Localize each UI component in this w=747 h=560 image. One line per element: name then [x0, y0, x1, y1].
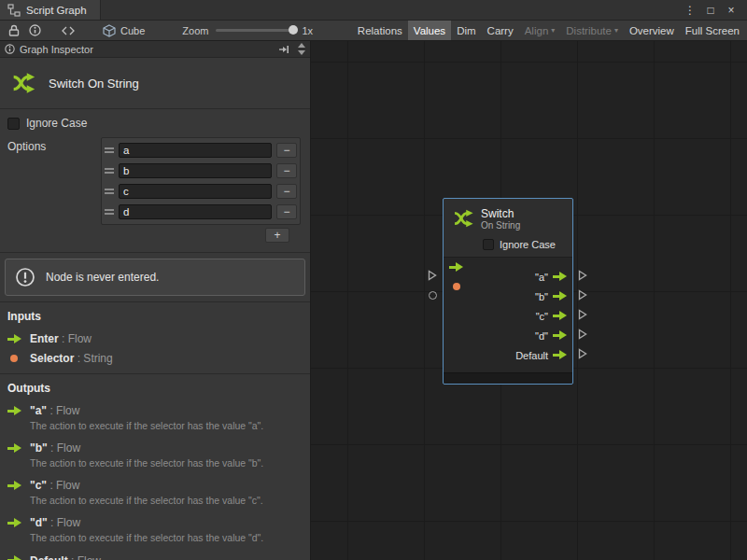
output-flow-port-default[interactable] [578, 348, 587, 359]
carry-button[interactable]: Carry [482, 21, 519, 40]
info-icon [5, 44, 15, 54]
node-title: Switch [481, 207, 520, 220]
switch-node[interactable]: Switch On String Ignore Case "a" "b" "c" [443, 198, 573, 385]
output-row-c: "c" [444, 306, 572, 326]
option-input[interactable] [119, 204, 272, 219]
output-row-default: Default [444, 345, 572, 365]
overview-button[interactable]: Overview [624, 21, 680, 40]
zoom-value: 1x [302, 25, 313, 36]
flow-arrow-icon[interactable] [553, 291, 567, 301]
scroll-up-button[interactable] [298, 43, 305, 48]
window-maximize-button[interactable]: □ [702, 2, 719, 19]
option-input[interactable] [119, 184, 272, 199]
input-flow-port[interactable] [428, 270, 437, 281]
values-button[interactable]: Values [408, 21, 451, 40]
remove-option-button[interactable]: − [276, 184, 297, 199]
graph-toolbar: Cube Zoom 1x Relations Values Dim Carry … [0, 21, 747, 41]
selector-dot-icon[interactable] [453, 283, 460, 290]
lock-button[interactable] [4, 22, 24, 39]
code-icon [62, 26, 75, 35]
port-description: The action to execute if the selector ha… [30, 495, 301, 507]
options-list: − − − − [101, 137, 301, 225]
switch-icon [9, 69, 37, 97]
code-view-button[interactable] [58, 22, 78, 39]
zoom-label: Zoom [182, 25, 208, 36]
port-entry-enter: Enter : Flow [0, 329, 310, 348]
option-input[interactable] [119, 163, 272, 178]
output-flow-port-b[interactable] [578, 289, 587, 301]
output-row-b: "b" [444, 287, 572, 306]
graph-canvas[interactable]: Switch On String Ignore Case "a" "b" "c" [311, 41, 747, 560]
node-header: Switch On String [444, 199, 572, 234]
scroll-down-button[interactable] [298, 50, 305, 55]
option-row: − [105, 181, 297, 202]
ignore-case-checkbox[interactable] [7, 118, 20, 130]
align-button[interactable]: Align ▾ [519, 21, 561, 40]
option-row: − [105, 202, 297, 222]
info-icon [29, 24, 41, 36]
switch-icon [451, 206, 475, 231]
warning-icon [15, 267, 35, 287]
add-option-button[interactable]: + [265, 228, 289, 243]
string-dot-icon [10, 355, 18, 362]
options-label: Options [7, 137, 101, 248]
port-entry-c: "c" : Flow [0, 475, 310, 495]
zoom-slider[interactable] [216, 29, 294, 32]
option-input[interactable] [119, 143, 272, 158]
toolbar-buttons: Relations Values Dim Carry Align ▾ Distr… [352, 21, 747, 40]
drag-handle-icon[interactable] [105, 209, 114, 215]
port-description: The action to execute if the selector ha… [30, 532, 301, 544]
tab-label: Script Graph [26, 5, 87, 16]
dim-button[interactable]: Dim [451, 21, 481, 40]
distribute-button[interactable]: Distribute ▾ [560, 21, 624, 40]
inspector-scrollbar [296, 43, 307, 55]
zoom-control: Zoom 1x [182, 25, 313, 36]
port-entry-d: "d" : Flow [0, 512, 310, 532]
tab-script-graph[interactable]: Script Graph [0, 0, 101, 20]
warning-text: Node is never entered. [46, 271, 159, 284]
ignore-case-label: Ignore Case [26, 117, 87, 130]
node-ignore-case-checkbox[interactable] [483, 239, 494, 250]
object-label: Cube [120, 25, 145, 36]
chevron-down-icon: ▾ [614, 27, 618, 35]
flow-arrow-icon [7, 518, 21, 528]
drag-handle-icon[interactable] [105, 147, 114, 153]
fullscreen-button[interactable]: Full Screen [680, 21, 745, 40]
input-value-port[interactable] [429, 291, 437, 300]
flow-arrow-icon[interactable] [553, 330, 567, 341]
flow-arrow-icon[interactable] [553, 350, 567, 360]
collapse-inspector-button[interactable] [276, 42, 291, 57]
remove-option-button[interactable]: − [276, 143, 297, 158]
option-row: − [105, 140, 297, 161]
unit-title: Switch On String [49, 77, 139, 91]
port-entry-a: "a" : Flow [0, 400, 310, 420]
flow-arrow-icon [7, 334, 21, 344]
inspector-header: Graph Inspector [0, 41, 310, 58]
cube-icon [103, 24, 116, 37]
flow-arrow-icon [7, 406, 21, 416]
inspector-header-title: Graph Inspector [20, 44, 272, 55]
options-field: Options − − − [0, 137, 310, 252]
output-flow-port-c[interactable] [578, 309, 587, 320]
remove-option-button[interactable]: − [276, 204, 297, 219]
relations-button[interactable]: Relations [352, 21, 408, 40]
inspector-info-button[interactable] [24, 22, 45, 39]
window-close-button[interactable]: × [723, 2, 740, 19]
output-flow-port-d[interactable] [578, 329, 587, 340]
node-ignore-case-label: Ignore Case [500, 239, 556, 250]
port-entry-selector: Selector : String [0, 348, 310, 368]
flow-arrow-icon[interactable] [553, 311, 567, 321]
flow-arrow-icon[interactable] [553, 272, 567, 282]
zoom-slider-knob[interactable] [289, 25, 298, 35]
flow-arrow-icon [7, 481, 21, 491]
drag-handle-icon[interactable] [105, 168, 114, 174]
node-ignore-case-row: Ignore Case [444, 234, 572, 257]
window-menu-button[interactable]: ⋮ [682, 2, 698, 19]
enter-flow-arrow-icon[interactable] [449, 262, 463, 273]
output-flow-port-a[interactable] [578, 270, 587, 281]
node-subtitle: On String [481, 220, 520, 231]
outputs-header: Outputs [0, 374, 310, 400]
output-row-d: "d" [444, 326, 572, 345]
remove-option-button[interactable]: − [276, 163, 297, 178]
drag-handle-icon[interactable] [105, 189, 114, 194]
